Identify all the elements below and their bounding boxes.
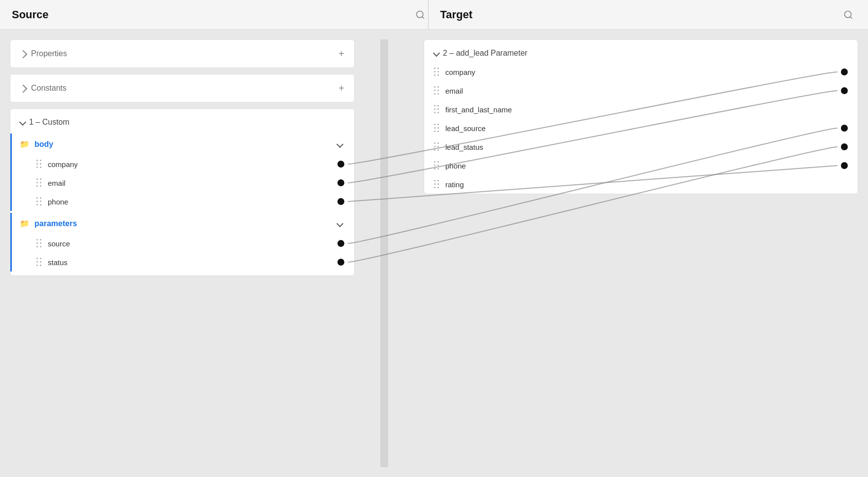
body-group-label: body	[34, 140, 333, 149]
source-company-label: company	[48, 160, 332, 169]
target-card-header[interactable]: 2 – add_lead Parameter	[424, 40, 858, 63]
properties-chevron-icon	[19, 50, 28, 59]
target-phone-connector[interactable]	[841, 162, 848, 169]
source-phone-row: phone	[12, 192, 354, 211]
constants-card: Constants +	[10, 74, 355, 102]
target-lead-source-connector[interactable]	[841, 125, 848, 132]
properties-add-button[interactable]: +	[338, 49, 344, 59]
source-status-row: status	[12, 253, 354, 272]
properties-header-left: Properties	[20, 49, 67, 58]
target-lead-status-row: lead_status	[424, 137, 858, 156]
constants-add-button[interactable]: +	[338, 83, 344, 93]
top-bar: Source Target	[0, 0, 868, 30]
target-panel: 2 – add_lead Parameter company email	[414, 39, 858, 467]
source-drag-handle[interactable]	[36, 239, 42, 248]
source-status-connector[interactable]	[337, 259, 344, 266]
source-phone-connector[interactable]	[337, 198, 344, 205]
target-title: Target	[440, 8, 841, 21]
body-group-header[interactable]: 📁 body	[12, 134, 354, 155]
target-chevron-icon	[433, 50, 440, 57]
constants-title: Constants	[31, 84, 67, 93]
target-email-connector[interactable]	[841, 87, 848, 94]
parameters-group-label: parameters	[34, 219, 333, 228]
svg-line-3	[850, 16, 852, 18]
target-company-drag-handle[interactable]	[434, 68, 439, 76]
target-email-label: email	[445, 87, 835, 95]
source-header-section: Source	[12, 7, 428, 23]
target-first-and-last-drag-handle[interactable]	[434, 105, 439, 114]
custom-card: 1 – Custom 📁 body company	[10, 108, 355, 276]
target-section-title: 2 – add_lead Parameter	[443, 49, 528, 58]
source-status-label: status	[48, 258, 332, 267]
source-company-connector[interactable]	[337, 161, 344, 168]
source-phone-label: phone	[48, 198, 332, 206]
target-lead-status-label: lead_status	[445, 143, 835, 151]
main-content: Properties + Constants + 1 – Custom	[0, 30, 868, 477]
target-lead-source-row: lead_source	[424, 119, 858, 137]
source-email-label: email	[48, 179, 332, 187]
company-drag-handle[interactable]	[36, 160, 42, 169]
parameters-chevron-icon	[336, 220, 343, 227]
body-folder-icon: 📁	[20, 139, 30, 149]
target-rating-label: rating	[445, 180, 848, 189]
target-lead-source-label: lead_source	[445, 124, 835, 133]
parameters-group-header[interactable]: 📁 parameters	[12, 213, 354, 234]
source-source-row: source	[12, 234, 354, 253]
target-email-drag-handle[interactable]	[434, 86, 439, 95]
properties-card-header[interactable]: Properties +	[10, 40, 354, 68]
scroll-strip	[380, 39, 388, 467]
target-lead-status-connector[interactable]	[841, 143, 848, 150]
custom-title: 1 – Custom	[29, 118, 69, 127]
target-rating-row: rating	[424, 175, 858, 194]
constants-chevron-icon	[19, 85, 28, 93]
source-source-connector[interactable]	[337, 240, 344, 247]
svg-line-1	[422, 16, 424, 18]
body-chevron-icon	[336, 140, 343, 147]
target-company-connector[interactable]	[841, 68, 848, 75]
target-header-section: Target	[429, 7, 857, 23]
source-search-button[interactable]	[412, 7, 428, 23]
target-first-and-last-row: first_and_last_name	[424, 100, 858, 119]
target-search-button[interactable]	[840, 7, 856, 23]
source-search-icon	[415, 10, 425, 20]
target-search-icon	[843, 10, 853, 20]
source-source-label: source	[48, 239, 332, 248]
custom-card-header[interactable]: 1 – Custom	[10, 109, 354, 132]
target-rating-drag-handle[interactable]	[434, 180, 439, 189]
source-panel: Properties + Constants + 1 – Custom	[10, 39, 355, 467]
target-phone-row: phone	[424, 156, 858, 175]
target-phone-drag-handle[interactable]	[434, 161, 439, 170]
target-phone-label: phone	[445, 162, 835, 170]
properties-card: Properties +	[10, 39, 355, 68]
body-group: 📁 body company	[10, 134, 354, 211]
custom-chevron-icon	[19, 119, 26, 126]
source-email-connector[interactable]	[337, 179, 344, 186]
target-first-and-last-label: first_and_last_name	[445, 105, 848, 114]
source-title: Source	[12, 8, 412, 21]
target-company-row: company	[424, 63, 858, 81]
constants-card-header[interactable]: Constants +	[10, 74, 354, 102]
target-company-label: company	[445, 68, 835, 76]
status-drag-handle[interactable]	[36, 258, 42, 267]
properties-title: Properties	[31, 49, 67, 58]
email-drag-handle[interactable]	[36, 178, 42, 187]
parameters-group: 📁 parameters source	[10, 213, 354, 272]
target-card: 2 – add_lead Parameter company email	[424, 39, 858, 194]
source-company-row: company	[12, 155, 354, 173]
source-email-row: email	[12, 173, 354, 192]
parameters-folder-icon: 📁	[20, 219, 30, 228]
constants-header-left: Constants	[20, 84, 67, 93]
target-lead-status-drag-handle[interactable]	[434, 142, 439, 151]
phone-drag-handle[interactable]	[36, 197, 42, 206]
connection-area	[355, 39, 414, 467]
target-email-row: email	[424, 81, 858, 100]
target-lead-source-drag-handle[interactable]	[434, 124, 439, 133]
